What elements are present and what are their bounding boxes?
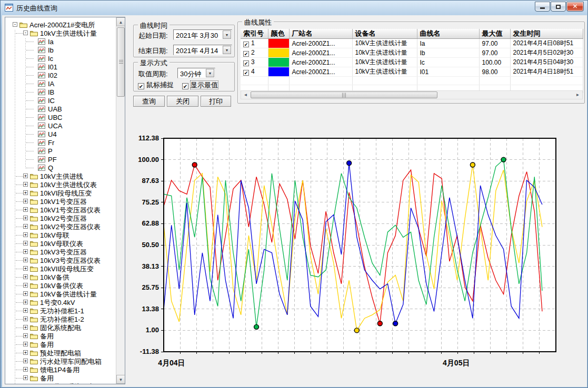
- chevron-down-icon[interactable]: ▼: [223, 46, 231, 54]
- table-row[interactable]: ✔3Acrel-2000Z1...10kV主供进线计量Ic100.002021年…: [241, 58, 583, 67]
- expand-toggle-icon[interactable]: +: [23, 224, 28, 229]
- expand-toggle-icon[interactable]: +: [23, 316, 28, 321]
- tree-item[interactable]: +三效蒸发系统配电箱: [5, 382, 116, 384]
- expand-toggle-icon[interactable]: +: [23, 190, 28, 195]
- expand-toggle-icon[interactable]: +: [23, 241, 28, 246]
- expand-toggle-icon[interactable]: +: [23, 249, 28, 254]
- tree-item[interactable]: +10kV主供进线: [5, 172, 116, 180]
- expand-toggle-icon[interactable]: +: [23, 173, 28, 178]
- expand-toggle-icon[interactable]: +: [23, 283, 28, 288]
- chevron-down-icon[interactable]: ▼: [206, 69, 214, 77]
- expand-toggle-icon[interactable]: +: [23, 342, 28, 346]
- tree-item[interactable]: +污水处理车间配电箱: [5, 357, 116, 365]
- tree-item[interactable]: IB: [5, 88, 116, 96]
- expand-toggle-icon[interactable]: +: [23, 207, 28, 212]
- scrollbar-thumb[interactable]: [117, 27, 125, 97]
- tree-item[interactable]: Q: [5, 164, 116, 172]
- row-checkbox[interactable]: ✔: [243, 51, 249, 57]
- mouse-capture-checkbox[interactable]: ✔鼠标捕捉: [138, 80, 174, 90]
- expand-toggle-icon[interactable]: +: [23, 359, 28, 363]
- maximize-button[interactable]: [551, 2, 566, 12]
- expand-toggle-icon[interactable]: +: [23, 367, 28, 372]
- tree-item[interactable]: +10kV2号变压器: [5, 214, 116, 222]
- tree-item[interactable]: +固化系统配电: [5, 323, 116, 332]
- tree-item[interactable]: Ia: [5, 37, 116, 46]
- tree-item[interactable]: UBC: [5, 113, 116, 121]
- expand-toggle-icon[interactable]: +: [23, 384, 28, 384]
- expand-toggle-icon[interactable]: +: [23, 333, 28, 338]
- tree-item[interactable]: +10kV2号变压器仪表: [5, 222, 116, 231]
- tree-item[interactable]: +1号变0.4kV: [5, 298, 116, 307]
- scroll-up-arrow[interactable]: ▲: [116, 17, 125, 26]
- table-header-max[interactable]: 最大值: [479, 29, 510, 39]
- expand-toggle-icon[interactable]: +: [23, 350, 28, 355]
- show-extremes-checkbox[interactable]: ✔显示最值: [182, 80, 218, 90]
- query-button[interactable]: 查询: [133, 96, 165, 107]
- end-date-picker[interactable]: 2021年 4月14 ▼: [173, 45, 232, 55]
- tree-item[interactable]: +备用: [5, 332, 116, 340]
- tree-item[interactable]: UCA: [5, 121, 116, 130]
- expand-toggle-icon[interactable]: +: [23, 266, 28, 271]
- table-header-device[interactable]: 设备名: [352, 29, 417, 39]
- tree-item[interactable]: +10kV1号变压器: [5, 197, 116, 206]
- expand-toggle-icon[interactable]: +: [23, 291, 28, 296]
- chevron-down-icon[interactable]: ▼: [223, 30, 231, 39]
- table-header-time[interactable]: 发生时间: [510, 29, 583, 39]
- expand-toggle-icon[interactable]: +: [23, 182, 28, 187]
- table-row[interactable]: ✔2Acrel-2000Z1...10kV主供进线计量Ib97.002021年4…: [241, 48, 583, 58]
- tree-item[interactable]: +10kV主供进线仪表: [5, 180, 116, 189]
- title-bar[interactable]: 历史曲线查询 ✕: [1, 1, 587, 15]
- close-button[interactable]: ✕: [566, 2, 584, 12]
- table-horizontal-scrollbar[interactable]: ◄ ►: [241, 90, 583, 99]
- tree-item[interactable]: +预处理配电箱: [5, 349, 116, 357]
- minimize-button[interactable]: [535, 2, 550, 12]
- expand-toggle-icon[interactable]: +: [23, 300, 28, 304]
- table-header-index[interactable]: 索引号: [241, 29, 268, 39]
- row-checkbox[interactable]: ✔: [243, 60, 249, 66]
- collapse-toggle-icon[interactable]: -: [13, 22, 17, 27]
- scroll-left-arrow[interactable]: ◄: [241, 91, 250, 99]
- expand-toggle-icon[interactable]: +: [23, 325, 28, 330]
- tree-item[interactable]: Fr: [5, 138, 116, 147]
- row-checkbox[interactable]: ✔: [243, 70, 249, 76]
- table-row[interactable]: ✔1Acrel-2000Z1...10kV主供进线计量Ia97.002021年4…: [241, 39, 583, 48]
- tree-item[interactable]: +10kV备供仪表: [5, 281, 116, 290]
- tree-item[interactable]: +10kV1号变压器仪表: [5, 206, 116, 214]
- tree-item[interactable]: U4: [5, 130, 116, 138]
- tree-item[interactable]: Ib: [5, 46, 116, 54]
- tree-item[interactable]: IC: [5, 96, 116, 105]
- tree-item[interactable]: +10kV备供: [5, 273, 116, 281]
- table-header-station[interactable]: 厂站名: [289, 29, 352, 39]
- print-button[interactable]: 打印: [201, 96, 231, 107]
- expand-toggle-icon[interactable]: +: [23, 274, 28, 279]
- table-header-color[interactable]: 颜色: [268, 29, 289, 39]
- tree-item[interactable]: P: [5, 147, 116, 155]
- scroll-down-arrow[interactable]: ▼: [116, 375, 125, 384]
- tree-item[interactable]: UAB: [5, 105, 116, 113]
- expand-toggle-icon[interactable]: +: [23, 216, 28, 220]
- expand-toggle-icon[interactable]: +: [23, 308, 28, 313]
- scrollbar-thumb[interactable]: [251, 91, 437, 98]
- row-checkbox[interactable]: ✔: [243, 42, 249, 47]
- collapse-toggle-icon[interactable]: -: [23, 30, 28, 35]
- tree-item[interactable]: +无功补偿柜1-2: [5, 315, 116, 323]
- table-row[interactable]: ✔4Acrel-2000Z1...10kV主供进线计量I0198.002021年…: [241, 67, 583, 77]
- tree-item[interactable]: +10kVI段母线压变: [5, 189, 116, 197]
- tree-item[interactable]: +10kV3号变压器仪表: [5, 256, 116, 264]
- tree-item[interactable]: IA: [5, 79, 116, 88]
- table-header-curve[interactable]: 曲线名: [417, 29, 479, 39]
- tree-item[interactable]: +10kV母联: [5, 231, 116, 239]
- tree-item[interactable]: I02: [5, 71, 116, 79]
- expand-toggle-icon[interactable]: +: [23, 258, 28, 262]
- tree-item[interactable]: +馈电1P4备用: [5, 365, 116, 374]
- tree-vertical-scrollbar[interactable]: ▲ ▼: [116, 17, 125, 384]
- tree-item[interactable]: +备用: [5, 374, 116, 382]
- period-select[interactable]: 30分钟 ▼: [177, 68, 215, 78]
- tree-item[interactable]: +无功补偿柜1-1: [5, 307, 116, 315]
- tree-item[interactable]: Ic: [5, 54, 116, 63]
- history-curve-chart[interactable]: 112.38100.0087.6375.2562.8850.5038.1325.…: [131, 130, 568, 374]
- expand-toggle-icon[interactable]: +: [23, 232, 28, 237]
- tree-item[interactable]: PF: [5, 155, 116, 164]
- tree-item[interactable]: -Acrel-2000Z1#变电所: [5, 21, 116, 29]
- close-dialog-button[interactable]: 关闭: [167, 96, 198, 107]
